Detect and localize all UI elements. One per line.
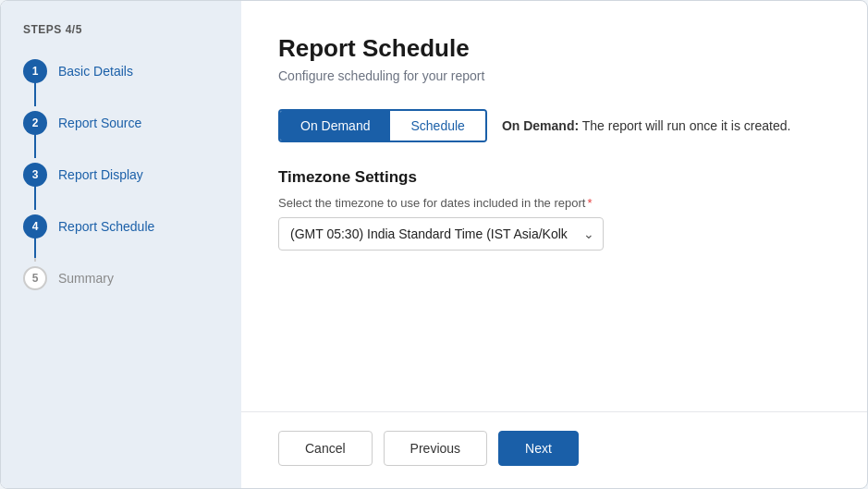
required-asterisk: *: [587, 196, 592, 210]
main-content: Report Schedule Configure scheduling for…: [241, 1, 867, 488]
timezone-field-label: Select the timezone to use for dates inc…: [278, 196, 830, 210]
step-circle-1: 1: [23, 59, 47, 83]
step-label-report-display[interactable]: Report Display: [58, 158, 143, 191]
modal-container: STEPS 4/5 1 Basic Details 2 Report Sourc…: [0, 0, 868, 489]
step-label-report-schedule[interactable]: Report Schedule: [58, 210, 154, 243]
step-2: 2 Report Source: [23, 106, 241, 141]
step-4: 4 Report Schedule: [23, 210, 241, 245]
step-circle-4: 4: [23, 214, 47, 238]
schedule-toggle-group: On Demand Schedule On Demand: The report…: [278, 109, 830, 142]
step-label-summary[interactable]: Summary: [58, 262, 114, 295]
step-circle-5: 5: [23, 266, 47, 290]
step-5: 5 Summary: [23, 262, 241, 297]
cancel-button[interactable]: Cancel: [278, 431, 373, 466]
timezone-select-wrapper: (GMT 05:30) India Standard Time (IST Asi…: [278, 217, 604, 251]
footer: Cancel Previous Next: [278, 431, 830, 466]
toggle-description: On Demand: The report will run once it i…: [502, 118, 791, 133]
page-title: Report Schedule: [278, 34, 830, 63]
previous-button[interactable]: Previous: [384, 431, 487, 466]
spacer: [278, 251, 830, 411]
step-label-basic-details[interactable]: Basic Details: [58, 55, 133, 88]
on-demand-button[interactable]: On Demand: [280, 111, 390, 141]
step-circle-2: 2: [23, 111, 47, 135]
next-button[interactable]: Next: [498, 431, 579, 466]
schedule-button[interactable]: Schedule: [390, 111, 484, 141]
toggle-description-text: The report will run once it is created.: [579, 118, 790, 133]
step-3: 3 Report Display: [23, 158, 241, 193]
timezone-section: Timezone Settings Select the timezone to…: [278, 168, 830, 251]
timezone-section-title: Timezone Settings: [278, 168, 830, 187]
timezone-select[interactable]: (GMT 05:30) India Standard Time (IST Asi…: [278, 217, 604, 251]
step-1: 1 Basic Details: [23, 55, 241, 90]
steps-label: STEPS 4/5: [23, 23, 241, 36]
toggle-description-bold: On Demand:: [502, 118, 579, 133]
step-circle-3: 3: [23, 163, 47, 187]
footer-divider: [241, 411, 867, 412]
page-subtitle: Configure scheduling for your report: [278, 68, 830, 83]
sidebar: STEPS 4/5 1 Basic Details 2 Report Sourc…: [1, 1, 241, 488]
step-label-report-source[interactable]: Report Source: [58, 106, 141, 140]
schedule-toggle-buttons: On Demand Schedule: [278, 109, 487, 142]
